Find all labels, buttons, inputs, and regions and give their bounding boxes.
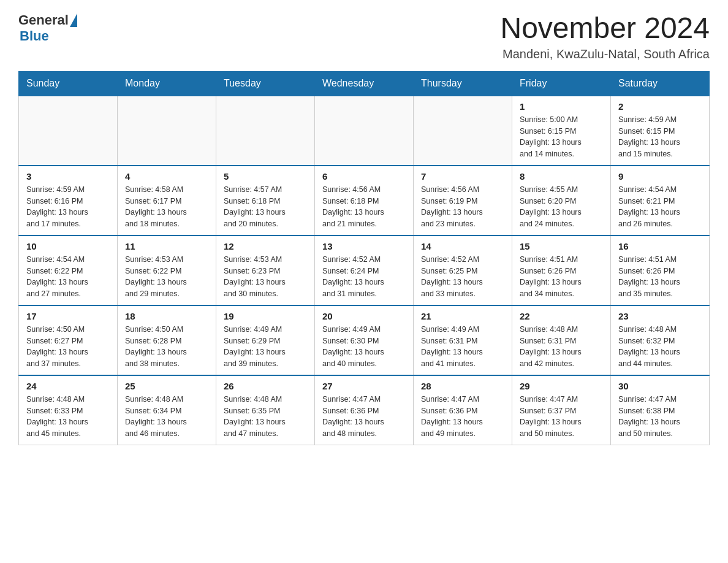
day-info: Sunrise: 4:48 AM Sunset: 6:34 PM Dayligh… bbox=[125, 394, 208, 440]
header-cell-saturday: Saturday bbox=[611, 71, 710, 96]
day-number: 20 bbox=[322, 311, 406, 321]
calendar-cell: 9Sunrise: 4:54 AM Sunset: 6:21 PM Daylig… bbox=[611, 166, 710, 236]
calendar-cell: 11Sunrise: 4:53 AM Sunset: 6:22 PM Dayli… bbox=[118, 236, 216, 305]
day-info: Sunrise: 4:54 AM Sunset: 6:21 PM Dayligh… bbox=[618, 184, 702, 230]
day-info: Sunrise: 4:54 AM Sunset: 6:22 PM Dayligh… bbox=[26, 254, 110, 300]
calendar-cell: 19Sunrise: 4:49 AM Sunset: 6:29 PM Dayli… bbox=[216, 305, 315, 375]
day-number: 5 bbox=[224, 171, 307, 182]
header-cell-tuesday: Tuesday bbox=[216, 71, 315, 96]
day-number: 7 bbox=[421, 171, 504, 182]
day-info: Sunrise: 4:47 AM Sunset: 6:36 PM Dayligh… bbox=[322, 394, 406, 440]
header-cell-monday: Monday bbox=[118, 71, 216, 96]
calendar-cell: 22Sunrise: 4:48 AM Sunset: 6:31 PM Dayli… bbox=[512, 305, 611, 375]
calendar-cell: 18Sunrise: 4:50 AM Sunset: 6:28 PM Dayli… bbox=[118, 305, 216, 375]
calendar-body: 1Sunrise: 5:00 AM Sunset: 6:15 PM Daylig… bbox=[19, 96, 710, 445]
calendar-cell: 21Sunrise: 4:49 AM Sunset: 6:31 PM Dayli… bbox=[414, 305, 512, 375]
day-info: Sunrise: 4:47 AM Sunset: 6:38 PM Dayligh… bbox=[618, 394, 702, 440]
day-info: Sunrise: 4:53 AM Sunset: 6:22 PM Dayligh… bbox=[125, 254, 208, 300]
calendar-cell: 30Sunrise: 4:47 AM Sunset: 6:38 PM Dayli… bbox=[611, 375, 710, 445]
day-number: 11 bbox=[125, 241, 208, 251]
day-number: 15 bbox=[520, 241, 603, 251]
day-number: 8 bbox=[520, 171, 603, 182]
day-number: 3 bbox=[26, 171, 110, 182]
day-info: Sunrise: 4:50 AM Sunset: 6:27 PM Dayligh… bbox=[26, 324, 110, 370]
day-number: 1 bbox=[520, 101, 603, 112]
calendar-cell: 4Sunrise: 4:58 AM Sunset: 6:17 PM Daylig… bbox=[118, 166, 216, 236]
day-number: 14 bbox=[421, 241, 504, 251]
day-number: 28 bbox=[421, 381, 504, 391]
day-number: 26 bbox=[224, 381, 307, 391]
calendar-cell: 13Sunrise: 4:52 AM Sunset: 6:24 PM Dayli… bbox=[315, 236, 414, 305]
calendar-cell: 16Sunrise: 4:51 AM Sunset: 6:26 PM Dayli… bbox=[611, 236, 710, 305]
calendar-cell: 12Sunrise: 4:53 AM Sunset: 6:23 PM Dayli… bbox=[216, 236, 315, 305]
calendar-cell: 27Sunrise: 4:47 AM Sunset: 6:36 PM Dayli… bbox=[315, 375, 414, 445]
logo-general-text: General bbox=[18, 12, 69, 28]
logo-blue-text: Blue bbox=[20, 28, 49, 44]
day-number: 24 bbox=[26, 381, 110, 391]
day-info: Sunrise: 4:59 AM Sunset: 6:15 PM Dayligh… bbox=[618, 114, 702, 160]
calendar-cell: 2Sunrise: 4:59 AM Sunset: 6:15 PM Daylig… bbox=[611, 96, 710, 166]
day-info: Sunrise: 4:50 AM Sunset: 6:28 PM Dayligh… bbox=[125, 324, 208, 370]
day-info: Sunrise: 4:53 AM Sunset: 6:23 PM Dayligh… bbox=[224, 254, 307, 300]
calendar-cell: 14Sunrise: 4:52 AM Sunset: 6:25 PM Dayli… bbox=[414, 236, 512, 305]
day-info: Sunrise: 4:51 AM Sunset: 6:26 PM Dayligh… bbox=[618, 254, 702, 300]
day-info: Sunrise: 4:48 AM Sunset: 6:33 PM Dayligh… bbox=[26, 394, 110, 440]
day-info: Sunrise: 4:59 AM Sunset: 6:16 PM Dayligh… bbox=[26, 184, 110, 230]
calendar-cell: 10Sunrise: 4:54 AM Sunset: 6:22 PM Dayli… bbox=[19, 236, 118, 305]
calendar-cell bbox=[118, 96, 216, 166]
calendar-cell: 15Sunrise: 4:51 AM Sunset: 6:26 PM Dayli… bbox=[512, 236, 611, 305]
calendar-week-3: 10Sunrise: 4:54 AM Sunset: 6:22 PM Dayli… bbox=[19, 236, 710, 305]
calendar-cell: 25Sunrise: 4:48 AM Sunset: 6:34 PM Dayli… bbox=[118, 375, 216, 445]
calendar-cell bbox=[315, 96, 414, 166]
calendar-cell bbox=[414, 96, 512, 166]
day-info: Sunrise: 4:57 AM Sunset: 6:18 PM Dayligh… bbox=[224, 184, 307, 230]
day-number: 2 bbox=[618, 101, 702, 112]
day-info: Sunrise: 4:52 AM Sunset: 6:25 PM Dayligh… bbox=[421, 254, 504, 300]
day-number: 4 bbox=[125, 171, 208, 182]
calendar-cell bbox=[216, 96, 315, 166]
logo-triangle-icon bbox=[70, 13, 77, 27]
calendar-table: SundayMondayTuesdayWednesdayThursdayFrid… bbox=[18, 71, 710, 445]
day-info: Sunrise: 4:51 AM Sunset: 6:26 PM Dayligh… bbox=[520, 254, 603, 300]
day-number: 6 bbox=[322, 171, 406, 182]
calendar-cell: 6Sunrise: 4:56 AM Sunset: 6:18 PM Daylig… bbox=[315, 166, 414, 236]
day-number: 18 bbox=[125, 311, 208, 321]
calendar-week-4: 17Sunrise: 4:50 AM Sunset: 6:27 PM Dayli… bbox=[19, 305, 710, 375]
day-number: 9 bbox=[618, 171, 702, 182]
day-number: 10 bbox=[26, 241, 110, 251]
calendar-cell: 28Sunrise: 4:47 AM Sunset: 6:36 PM Dayli… bbox=[414, 375, 512, 445]
header-cell-sunday: Sunday bbox=[19, 71, 118, 96]
day-info: Sunrise: 4:49 AM Sunset: 6:31 PM Dayligh… bbox=[421, 324, 504, 370]
header-cell-wednesday: Wednesday bbox=[315, 71, 414, 96]
calendar-cell: 17Sunrise: 4:50 AM Sunset: 6:27 PM Dayli… bbox=[19, 305, 118, 375]
calendar-cell: 26Sunrise: 4:48 AM Sunset: 6:35 PM Dayli… bbox=[216, 375, 315, 445]
day-number: 17 bbox=[26, 311, 110, 321]
day-info: Sunrise: 4:47 AM Sunset: 6:36 PM Dayligh… bbox=[421, 394, 504, 440]
calendar-week-1: 1Sunrise: 5:00 AM Sunset: 6:15 PM Daylig… bbox=[19, 96, 710, 166]
day-info: Sunrise: 4:52 AM Sunset: 6:24 PM Dayligh… bbox=[322, 254, 406, 300]
day-number: 30 bbox=[618, 381, 702, 391]
day-number: 25 bbox=[125, 381, 208, 391]
calendar-cell bbox=[19, 96, 118, 166]
header-row: SundayMondayTuesdayWednesdayThursdayFrid… bbox=[19, 71, 710, 96]
day-info: Sunrise: 4:48 AM Sunset: 6:32 PM Dayligh… bbox=[618, 324, 702, 370]
day-info: Sunrise: 4:58 AM Sunset: 6:17 PM Dayligh… bbox=[125, 184, 208, 230]
day-info: Sunrise: 5:00 AM Sunset: 6:15 PM Dayligh… bbox=[520, 114, 603, 160]
month-title: November 2024 bbox=[500, 12, 710, 45]
logo: General Blue bbox=[18, 12, 78, 44]
page-header: General Blue November 2024 Mandeni, KwaZ… bbox=[18, 12, 710, 61]
header-cell-thursday: Thursday bbox=[414, 71, 512, 96]
day-info: Sunrise: 4:48 AM Sunset: 6:35 PM Dayligh… bbox=[224, 394, 307, 440]
day-info: Sunrise: 4:49 AM Sunset: 6:30 PM Dayligh… bbox=[322, 324, 406, 370]
calendar-week-5: 24Sunrise: 4:48 AM Sunset: 6:33 PM Dayli… bbox=[19, 375, 710, 445]
day-info: Sunrise: 4:47 AM Sunset: 6:37 PM Dayligh… bbox=[520, 394, 603, 440]
day-info: Sunrise: 4:48 AM Sunset: 6:31 PM Dayligh… bbox=[520, 324, 603, 370]
day-number: 12 bbox=[224, 241, 307, 251]
calendar-cell: 29Sunrise: 4:47 AM Sunset: 6:37 PM Dayli… bbox=[512, 375, 611, 445]
day-number: 13 bbox=[322, 241, 406, 251]
calendar-cell: 20Sunrise: 4:49 AM Sunset: 6:30 PM Dayli… bbox=[315, 305, 414, 375]
day-info: Sunrise: 4:56 AM Sunset: 6:19 PM Dayligh… bbox=[421, 184, 504, 230]
calendar-cell: 7Sunrise: 4:56 AM Sunset: 6:19 PM Daylig… bbox=[414, 166, 512, 236]
calendar-cell: 1Sunrise: 5:00 AM Sunset: 6:15 PM Daylig… bbox=[512, 96, 611, 166]
day-number: 27 bbox=[322, 381, 406, 391]
